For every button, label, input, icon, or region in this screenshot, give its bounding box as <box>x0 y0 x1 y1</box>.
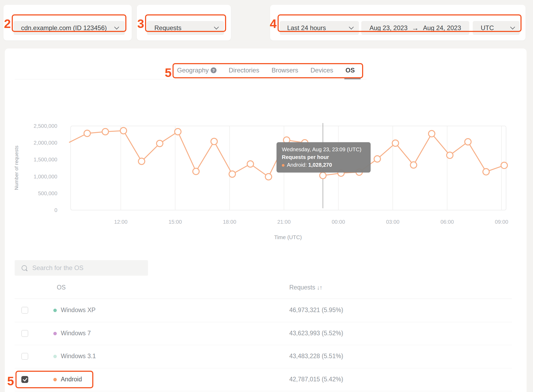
os-name: Windows 3.1 <box>61 353 96 360</box>
os-name: Windows 7 <box>61 330 91 337</box>
series-color-dot-icon <box>53 355 57 358</box>
metric-select[interactable]: Requests <box>147 21 224 35</box>
search-input[interactable] <box>32 264 139 272</box>
svg-text:1,000,000: 1,000,000 <box>34 174 57 179</box>
os-name: Android <box>61 376 82 383</box>
tab-label: OS <box>346 67 355 74</box>
resource-card: cdn.example.com (ID 123456) <box>3 5 132 40</box>
chevron-down-icon <box>349 24 354 29</box>
metric-select-value: Requests <box>154 24 181 32</box>
series-color-dot-icon <box>53 332 57 335</box>
svg-text:21:00: 21:00 <box>277 219 291 225</box>
svg-text:2,500,000: 2,500,000 <box>34 123 57 129</box>
series-color-dot-icon <box>53 309 57 312</box>
tab-os[interactable]: OS <box>346 67 355 74</box>
svg-text:2,000,000: 2,000,000 <box>34 140 57 146</box>
column-header-requests[interactable]: Requests↓↑ <box>289 284 322 291</box>
chart-tooltip: Wednesday, Aug 23, 23:09 (UTC) Requests … <box>276 142 371 173</box>
svg-text:09:00: 09:00 <box>495 219 508 225</box>
resource-select-value: cdn.example.com (ID 123456) <box>21 24 107 32</box>
svg-text:18:00: 18:00 <box>223 219 236 225</box>
chevron-down-icon <box>114 24 119 29</box>
tab-label: Devices <box>310 67 333 74</box>
svg-text:00:00: 00:00 <box>332 219 345 225</box>
os-name: Windows XP <box>61 307 95 314</box>
checkbox-unchecked[interactable] <box>21 353 28 360</box>
checkbox-checked[interactable] <box>21 376 28 383</box>
svg-text:Number of requests: Number of requests <box>14 146 19 190</box>
requests-value: 46,973,321 (5.95%) <box>289 307 343 314</box>
timezone-value: UTC <box>481 24 494 32</box>
tooltip-subtitle: Requests per hour <box>282 153 365 161</box>
date-from: Aug 23, 2023 <box>370 24 408 32</box>
time-range-value: Last 24 hours <box>287 24 326 32</box>
series-dot-icon <box>282 164 284 167</box>
tooltip-title: Wednesday, Aug 23, 23:09 (UTC) <box>282 146 365 153</box>
cdn-statistics-page: cdn.example.com (ID 123456) Requests Las… <box>0 0 533 392</box>
tab-devices[interactable]: Devices <box>310 67 333 74</box>
svg-text:0: 0 <box>54 207 57 213</box>
chevron-down-icon <box>214 24 219 29</box>
requests-value: 43,483,228 (5.51%) <box>289 353 343 360</box>
tabs-divider <box>15 79 367 79</box>
date-range-field[interactable]: Aug 23, 2023 → Aug 24, 2023 <box>361 21 469 35</box>
active-tab-underline <box>344 78 361 79</box>
table-row-android[interactable]: Android42,787,015 (5.42%) <box>15 368 512 391</box>
time-card: Last 24 hours Aug 23, 2023 → Aug 24, 202… <box>270 5 526 40</box>
date-to: Aug 24, 2023 <box>423 24 461 32</box>
requests-value: 42,787,015 (5.42%) <box>289 376 343 383</box>
table-row-windows-7[interactable]: Windows 743,623,993 (5.52%) <box>15 322 512 345</box>
tab-label: Geography <box>177 67 209 74</box>
series-color-dot-icon <box>53 378 57 381</box>
chevron-down-icon <box>510 24 515 29</box>
tab-label: Browsers <box>271 67 298 74</box>
search-icon <box>22 265 27 271</box>
svg-text:15:00: 15:00 <box>169 219 182 225</box>
resource-select[interactable]: cdn.example.com (ID 123456) <box>14 21 125 35</box>
svg-text:1,500,000: 1,500,000 <box>34 157 57 162</box>
tab-browsers[interactable]: Browsers <box>271 67 298 74</box>
tooltip-value: 1,028,270 <box>308 162 332 168</box>
svg-text:03:00: 03:00 <box>386 219 399 225</box>
arrow-right-icon: → <box>412 24 419 32</box>
help-icon[interactable]: ? <box>211 67 217 73</box>
requests-value: 43,623,993 (5.52%) <box>289 330 343 337</box>
checkbox-unchecked[interactable] <box>21 330 28 337</box>
analytics-tabs: Geography?DirectoriesBrowsersDevicesOS <box>177 67 355 74</box>
os-search-box <box>15 260 148 276</box>
sort-icons[interactable]: ↓↑ <box>317 284 322 291</box>
table-row-windows-xp[interactable]: Windows XP46,973,321 (5.95%) <box>15 299 512 322</box>
time-range-select[interactable]: Last 24 hours <box>280 21 359 35</box>
tooltip-series-label: Android: <box>287 162 307 168</box>
metric-card: Requests <box>137 5 231 40</box>
svg-text:500,000: 500,000 <box>38 190 57 196</box>
checkbox-unchecked[interactable] <box>21 307 28 314</box>
svg-text:12:00: 12:00 <box>114 219 127 225</box>
tab-geography[interactable]: Geography? <box>177 67 217 74</box>
column-header-os[interactable]: OS <box>57 284 66 291</box>
svg-text:06:00: 06:00 <box>440 219 454 225</box>
timezone-select[interactable]: UTC <box>473 21 520 35</box>
svg-text:Time (UTC): Time (UTC) <box>274 234 302 240</box>
table-row-windows-3-1[interactable]: Windows 3.143,483,228 (5.51%) <box>15 345 512 368</box>
requests-line-chart[interactable]: 12:0015:0018:0021:0000:0003:0006:0009:00… <box>0 115 533 248</box>
tab-directories[interactable]: Directories <box>229 67 259 74</box>
tooltip-series-row: Android: 1,028,270 <box>282 161 365 169</box>
tab-label: Directories <box>229 67 259 74</box>
